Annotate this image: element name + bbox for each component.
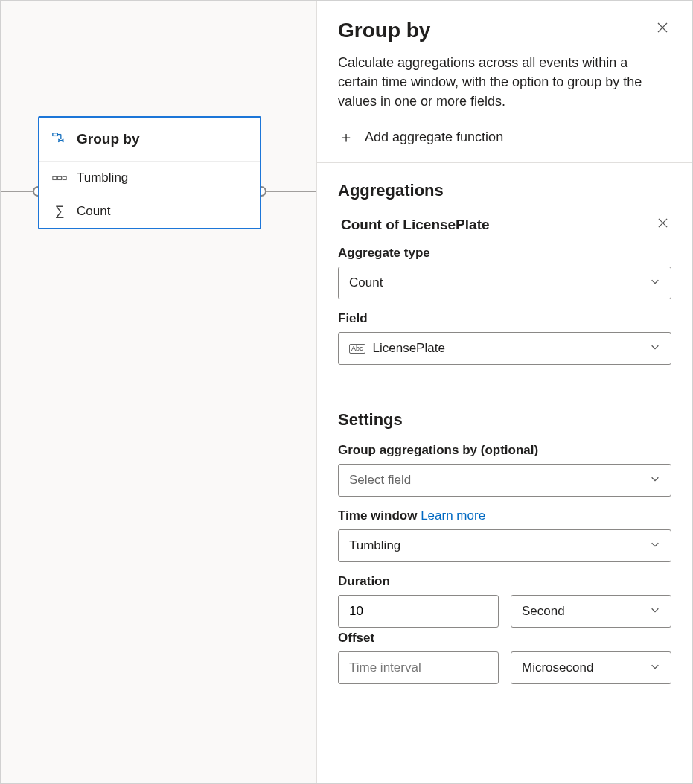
groupby-node[interactable]: Group by Tumbling ∑ Count xyxy=(38,116,261,229)
field-select[interactable]: Abc LicensePlate xyxy=(338,332,671,365)
node-row-tumbling: Tumbling xyxy=(39,162,260,194)
panel-title: Group by xyxy=(338,19,430,42)
svg-rect-0 xyxy=(53,133,57,136)
duration-unit-value: Second xyxy=(522,604,565,619)
node-title: Group by xyxy=(77,131,139,147)
node-header: Group by xyxy=(39,118,260,162)
duration-input[interactable] xyxy=(338,595,499,628)
group-by-label: Group aggregations by (optional) xyxy=(338,443,671,458)
sigma-icon: ∑ xyxy=(51,203,68,219)
group-by-select[interactable]: Select field xyxy=(338,464,671,497)
chevron-down-icon xyxy=(650,275,660,290)
plus-icon: ＋ xyxy=(338,127,354,147)
aggregate-type-label: Aggregate type xyxy=(338,246,671,261)
settings-heading: Settings xyxy=(338,410,671,430)
duration-label: Duration xyxy=(338,574,671,589)
time-window-label: Time window Learn more xyxy=(338,509,671,523)
node-row-count: ∑ Count xyxy=(39,194,260,228)
add-aggregate-button[interactable]: ＋ Add aggregate function xyxy=(338,127,671,147)
canvas: Group by Tumbling ∑ Count xyxy=(1,1,317,783)
time-window-label-text: Time window xyxy=(338,509,417,523)
groupby-icon xyxy=(51,131,68,147)
add-aggregate-label: Add aggregate function xyxy=(365,130,503,145)
panel-description: Calculate aggregations across all events… xyxy=(338,53,671,111)
node-row-label: Count xyxy=(77,204,110,219)
close-icon[interactable] xyxy=(654,19,671,40)
chevron-down-icon xyxy=(650,604,660,619)
panel-header-section: Group by Calculate aggregations across a… xyxy=(317,1,692,163)
config-panel: Group by Calculate aggregations across a… xyxy=(316,1,692,783)
remove-aggregation-icon[interactable] xyxy=(654,214,671,235)
aggregation-item-title: Count of LicensePlate xyxy=(338,217,490,233)
aggregate-type-select[interactable]: Count xyxy=(338,267,671,299)
aggregations-section: Aggregations Count of LicensePlate Aggre… xyxy=(317,163,692,392)
settings-section: Settings Group aggregations by (optional… xyxy=(317,392,692,699)
group-by-placeholder: Select field xyxy=(349,473,411,488)
field-value: LicensePlate xyxy=(373,341,445,356)
tumbling-icon xyxy=(51,173,68,183)
duration-unit-select[interactable]: Second xyxy=(511,595,671,628)
offset-unit-value: Microsecond xyxy=(522,660,593,675)
svg-rect-3 xyxy=(63,176,66,179)
aggregations-heading: Aggregations xyxy=(338,181,671,200)
svg-rect-2 xyxy=(58,176,62,179)
chevron-down-icon xyxy=(650,660,660,675)
learn-more-link[interactable]: Learn more xyxy=(421,509,485,523)
svg-rect-1 xyxy=(53,176,57,179)
time-window-value: Tumbling xyxy=(349,538,400,553)
offset-input[interactable] xyxy=(338,651,499,684)
chevron-down-icon xyxy=(650,473,660,488)
edge xyxy=(261,191,318,192)
offset-unit-select[interactable]: Microsecond xyxy=(511,651,671,684)
field-label: Field xyxy=(338,311,671,326)
chevron-down-icon xyxy=(650,341,660,356)
aggregate-type-value: Count xyxy=(349,275,383,290)
offset-label: Offset xyxy=(338,631,671,646)
node-row-label: Tumbling xyxy=(77,170,128,185)
time-window-select[interactable]: Tumbling xyxy=(338,529,671,562)
string-type-icon: Abc xyxy=(349,344,365,354)
chevron-down-icon xyxy=(650,538,660,553)
